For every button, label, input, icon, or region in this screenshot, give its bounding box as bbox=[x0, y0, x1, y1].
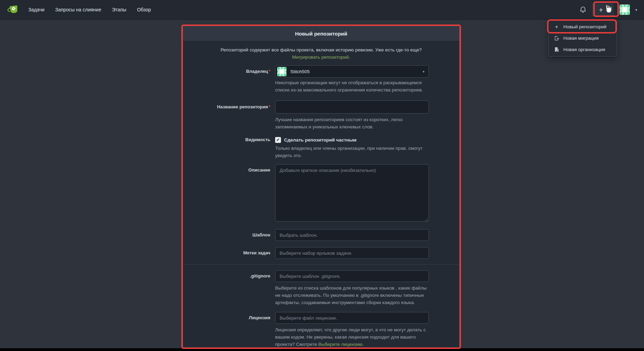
chevron-down-icon: ▾ bbox=[605, 8, 607, 11]
gitea-logo-icon[interactable] bbox=[7, 3, 19, 16]
private-checkbox-label: Сделать репозиторий частным bbox=[284, 137, 356, 143]
issue-labels-row: Метки задач bbox=[183, 247, 459, 259]
owner-value: Stitch505 bbox=[290, 69, 310, 74]
required-asterisk: * bbox=[269, 105, 270, 109]
migrate-repository-link[interactable]: Мигрировать репозиторий. bbox=[292, 55, 350, 60]
description-row: Описание bbox=[183, 164, 459, 223]
nav-item-pull-requests[interactable]: Запросы на слияние bbox=[55, 7, 101, 12]
repo-name-input[interactable] bbox=[275, 100, 429, 114]
notifications-bell-icon[interactable] bbox=[580, 6, 586, 13]
section-divider bbox=[183, 264, 459, 265]
menu-item-label: Новый репозиторий bbox=[563, 24, 606, 29]
choose-license-link[interactable]: Выберите лицензию. bbox=[318, 342, 364, 347]
navbar-right: + ▾ bbox=[580, 3, 637, 16]
menu-item-new-migration[interactable]: Новая миграция bbox=[549, 32, 617, 44]
top-navbar: Задачи Запросы на слияние Этапы Обзор + … bbox=[0, 0, 644, 20]
owner-label: Владелец* bbox=[183, 65, 275, 78]
owner-help: Некоторые организации могут не отображат… bbox=[275, 79, 429, 94]
owner-row: Владелец* bbox=[183, 65, 459, 94]
owner-select[interactable]: Stitch505 ▾ bbox=[275, 65, 429, 78]
gitignore-help: Выберите из списка шаблонов для популярн… bbox=[275, 284, 429, 306]
template-row: Шаблон bbox=[183, 229, 459, 241]
gitignore-label: .gitignore bbox=[183, 270, 275, 282]
required-asterisk: * bbox=[269, 69, 270, 74]
create-menu: + Новый репозиторий Новая миграция Новая… bbox=[548, 20, 617, 57]
license-row: Лицензия Лицензия определяет, что другие… bbox=[183, 312, 459, 348]
issue-labels-label: Метки задач bbox=[183, 247, 275, 259]
license-help: Лицензия определяет, что другие люди мог… bbox=[275, 326, 429, 348]
template-input[interactable] bbox=[275, 229, 429, 241]
user-avatar[interactable] bbox=[620, 4, 630, 15]
new-repo-form-panel: Новый репозиторий Репозиторий содержит в… bbox=[183, 26, 460, 348]
visibility-help: Только владелец или члены организации, п… bbox=[275, 145, 429, 159]
nav-item-milestones[interactable]: Этапы bbox=[112, 7, 127, 12]
form-intro: Репозиторий содержит все файлы проекта, … bbox=[210, 46, 432, 61]
user-menu-caret-icon[interactable]: ▾ bbox=[635, 8, 637, 12]
plus-icon: + bbox=[599, 6, 603, 13]
visibility-row: Видимость ✔ Сделать репозиторий частным … bbox=[183, 136, 459, 159]
repo-name-row: Название репозитория* Лучшие названия ре… bbox=[183, 100, 459, 130]
migration-icon bbox=[554, 35, 560, 41]
repo-name-label: Название репозитория* bbox=[183, 100, 275, 114]
screen: Задачи Запросы на слияние Этапы Обзор + … bbox=[0, 0, 644, 351]
chevron-down-icon: ▾ bbox=[423, 70, 424, 74]
organization-icon bbox=[554, 47, 560, 52]
license-label: Лицензия bbox=[183, 312, 275, 324]
repo-name-help: Лучшие названия репозиториев состоят из … bbox=[275, 116, 429, 130]
create-new-button[interactable]: + ▾ bbox=[592, 3, 614, 16]
menu-item-new-repository[interactable]: + Новый репозиторий bbox=[549, 21, 617, 32]
gitignore-input[interactable] bbox=[275, 270, 429, 282]
nav-item-explore[interactable]: Обзор bbox=[137, 7, 151, 12]
plus-icon: + bbox=[554, 24, 560, 30]
intro-text: Репозиторий содержит все файлы проекта, … bbox=[221, 47, 422, 52]
form-title: Новый репозиторий bbox=[183, 26, 459, 41]
owner-avatar-identicon bbox=[277, 67, 286, 76]
description-label: Описание bbox=[183, 164, 275, 174]
menu-item-label: Новая миграция bbox=[563, 36, 598, 41]
visibility-label: Видимость bbox=[183, 136, 275, 143]
template-label: Шаблон bbox=[183, 229, 275, 241]
main-nav: Задачи Запросы на слияние Этапы Обзор bbox=[28, 7, 151, 12]
gitignore-row: .gitignore Выберите из списка шаблонов д… bbox=[183, 270, 459, 306]
private-checkbox[interactable]: ✔ bbox=[275, 137, 281, 143]
license-input[interactable] bbox=[275, 312, 429, 324]
description-textarea[interactable] bbox=[275, 164, 429, 222]
issue-labels-input[interactable] bbox=[275, 247, 429, 259]
menu-item-new-organization[interactable]: Новая организация bbox=[549, 44, 617, 55]
form-body: Репозиторий содержит все файлы проекта, … bbox=[183, 41, 459, 348]
nav-item-issues[interactable]: Задачи bbox=[28, 7, 44, 12]
menu-item-label: Новая организация bbox=[563, 47, 605, 52]
